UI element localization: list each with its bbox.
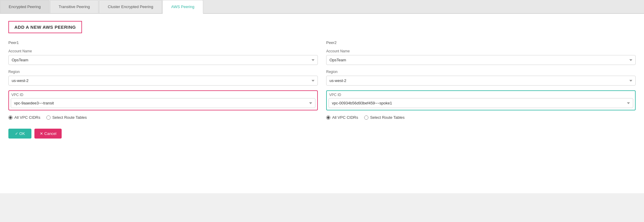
peer1-vpc-id-label: VPC ID xyxy=(11,93,315,97)
peer1-radio-group: All VPC CIDRs Select Route Tables xyxy=(8,115,318,120)
peer2-vpc-group: VPC ID vpc-00934b56d93bef459~~spoke1 xyxy=(326,90,636,110)
peer2-account-name-group: Account Name OpsTeam xyxy=(326,49,636,65)
peer1-account-name-group: Account Name OpsTeam xyxy=(8,49,318,65)
tab-transitive-peering[interactable]: Transitive Peering xyxy=(50,0,98,13)
peer1-label: Peer1 xyxy=(8,40,318,45)
peer2-radio-select-routes-label: Select Route Tables xyxy=(370,115,405,120)
peer1-radio-all-cidrs[interactable]: All VPC CIDRs xyxy=(8,115,40,120)
peer1-radio-select-routes[interactable]: Select Route Tables xyxy=(46,115,87,120)
peer1-region-label: Region xyxy=(8,70,318,74)
peer1-radio-all-cidrs-input[interactable] xyxy=(8,115,13,120)
tabs-container: Encrypted Peering Transitive Peering Clu… xyxy=(0,0,644,14)
tab-cluster-encrypted-peering[interactable]: Cluster Encrypted Peering xyxy=(99,0,162,13)
peer2-account-name-label: Account Name xyxy=(326,49,636,53)
peer1-radio-select-routes-input[interactable] xyxy=(46,115,51,120)
peer1-region-group: Region us-west-2 xyxy=(8,70,318,86)
main-content: ADD A NEW AWS PEERING Peer1 Account Name… xyxy=(0,14,644,193)
peer1-radio-all-cidrs-label: All VPC CIDRs xyxy=(14,115,40,120)
peer1-account-name-select[interactable]: OpsTeam xyxy=(8,55,318,65)
peer2-radio-all-cidrs-input[interactable] xyxy=(326,115,330,120)
peer2-vpc-id-select[interactable]: vpc-00934b56d93bef459~~spoke1 xyxy=(329,98,633,108)
ok-button[interactable]: ✓ OK xyxy=(8,129,31,139)
tab-encrypted-peering[interactable]: Encrypted Peering xyxy=(0,0,49,13)
peer1-column: Peer1 Account Name OpsTeam Region us-wes… xyxy=(8,40,318,126)
peer2-radio-all-cidrs[interactable]: All VPC CIDRs xyxy=(326,115,358,120)
peer2-label: Peer2 xyxy=(326,40,636,45)
section-title: ADD A NEW AWS PEERING xyxy=(8,21,82,33)
peers-row: Peer1 Account Name OpsTeam Region us-wes… xyxy=(8,40,636,126)
peer2-vpc-id-label: VPC ID xyxy=(329,93,633,97)
peer2-region-label: Region xyxy=(326,70,636,74)
peer2-radio-all-cidrs-label: All VPC CIDRs xyxy=(332,115,358,120)
peer2-radio-select-routes-input[interactable] xyxy=(364,115,368,120)
tab-aws-peering[interactable]: AWS Peering xyxy=(162,0,203,14)
peer2-region-group: Region us-west-2 xyxy=(326,70,636,86)
peer1-vpc-group: VPC ID vpc-9aaedee3~~transit xyxy=(8,90,318,110)
action-buttons: ✓ OK ✕ Cancel xyxy=(8,129,636,139)
peer1-account-name-label: Account Name xyxy=(8,49,318,53)
tab-bar: Encrypted Peering Transitive Peering Clu… xyxy=(0,0,644,14)
cancel-button[interactable]: ✕ Cancel xyxy=(34,129,62,139)
peer2-radio-group: All VPC CIDRs Select Route Tables xyxy=(326,115,636,120)
peer1-radio-select-routes-label: Select Route Tables xyxy=(52,115,87,120)
peer2-column: Peer2 Account Name OpsTeam Region us-wes… xyxy=(326,40,636,126)
peer1-region-select[interactable]: us-west-2 xyxy=(8,76,318,86)
peer2-account-name-select[interactable]: OpsTeam xyxy=(326,55,636,65)
peer1-vpc-id-select[interactable]: vpc-9aaedee3~~transit xyxy=(11,98,315,108)
peer2-radio-select-routes[interactable]: Select Route Tables xyxy=(364,115,405,120)
peer2-region-select[interactable]: us-west-2 xyxy=(326,76,636,86)
